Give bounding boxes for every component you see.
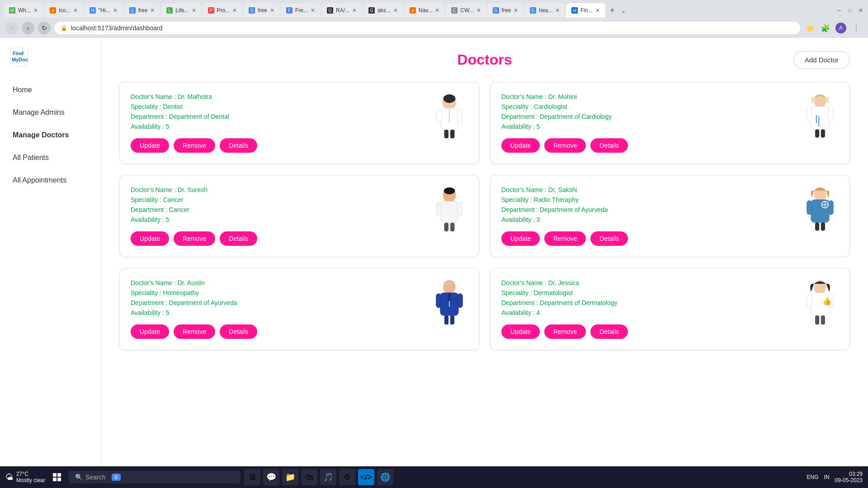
update-button-austin[interactable]: Update — [131, 324, 169, 339]
update-button-malhotra[interactable]: Update — [131, 138, 169, 153]
taskbar-app-chrome[interactable]: 🌐 — [377, 469, 393, 485]
details-button-austin[interactable]: Details — [220, 324, 257, 339]
taskbar-app-settings[interactable]: ⚙ — [339, 469, 355, 485]
tab-nav[interactable]: ⚡Nav...✕ — [404, 3, 445, 18]
svg-rect-15 — [828, 107, 833, 121]
doctor-image-suresh — [429, 184, 470, 234]
doctor-image-malhotra — [429, 91, 470, 141]
svg-rect-16 — [815, 129, 819, 137]
profile-button[interactable]: A — [835, 22, 847, 34]
svg-rect-41 — [450, 315, 454, 324]
update-button-jessica[interactable]: Update — [501, 324, 540, 339]
remove-button-malhotra[interactable]: Remove — [174, 138, 215, 153]
maximize-button[interactable]: □ — [846, 7, 854, 14]
svg-rect-21 — [441, 201, 458, 223]
taskbar-app-chat[interactable]: 💬 — [263, 469, 279, 485]
tab-pro[interactable]: PPro...✕ — [203, 3, 243, 18]
taskbar-app-vscode[interactable]: </> — [358, 469, 374, 485]
svg-rect-29 — [807, 200, 812, 214]
start-button[interactable] — [49, 469, 65, 485]
update-button-sakshi[interactable]: Update — [501, 231, 540, 246]
back-button[interactable]: ‹ — [5, 22, 18, 34]
svg-rect-9 — [450, 130, 455, 138]
tab-free1[interactable]: Gfree✕ — [124, 3, 160, 18]
details-button-mohini[interactable]: Details — [590, 138, 628, 153]
reload-button[interactable]: ↻ — [38, 22, 51, 34]
doctor-image-mohini — [800, 91, 840, 141]
svg-rect-17 — [821, 129, 825, 137]
taskbar-region: IN — [824, 474, 830, 480]
update-button-mohini[interactable]: Update — [501, 138, 540, 153]
remove-button-sakshi[interactable]: Remove — [544, 231, 586, 246]
details-button-jessica[interactable]: Details — [590, 324, 628, 339]
svg-rect-31 — [815, 222, 819, 230]
tab-ra[interactable]: GRA/...✕ — [321, 3, 362, 18]
new-tab-button[interactable]: + — [606, 4, 618, 17]
tab-fin[interactable]: MFin...✕ — [566, 3, 605, 18]
details-button-suresh[interactable]: Details — [220, 231, 257, 246]
taskbar-app-music[interactable]: 🎵 — [320, 469, 336, 485]
close-button[interactable]: ✕ — [857, 7, 864, 14]
svg-rect-7 — [457, 109, 462, 123]
lock-icon: 🔒 — [61, 25, 67, 31]
doctor-availability-suresh: Availability : 5 — [131, 216, 468, 223]
update-button-suresh[interactable]: Update — [131, 231, 169, 246]
main-content: Doctors Add Doctor Doctor's Name : Dr. M… — [101, 38, 868, 466]
taskbar: 🌤 27°C Mostly clear 🔍 Search B ⊞ 💬 📁 🛍 🎵… — [0, 466, 868, 488]
tab-wh[interactable]: WWh...✕ — [4, 3, 43, 18]
taskbar-temp: 27°C — [16, 471, 45, 477]
tab-fre[interactable]: FFre...✕ — [281, 3, 321, 18]
sidebar: Find + MyDoc Home Manage Admins Manage D… — [0, 38, 101, 466]
taskbar-search[interactable]: 🔍 Search B — [69, 471, 241, 483]
tab-life[interactable]: LLife...✕ — [161, 3, 201, 18]
url-text[interactable]: localhost:5173/admin/dashboard — [71, 24, 162, 32]
menu-button[interactable]: ⋮ — [850, 22, 863, 34]
tab-free3[interactable]: Gfree✕ — [487, 3, 524, 18]
svg-rect-18 — [816, 115, 817, 123]
taskbar-app-store[interactable]: 🛍 — [301, 469, 317, 485]
doctor-card-mohini: Doctor's Name : Dr. Mohini Speciality : … — [490, 82, 850, 164]
tab-more-button[interactable]: ⌄ — [619, 5, 628, 16]
tab-hea[interactable]: Ghea...✕ — [524, 3, 565, 18]
svg-point-11 — [443, 94, 456, 103]
remove-button-austin[interactable]: Remove — [174, 324, 215, 339]
tab-free2[interactable]: Gfree✕ — [243, 3, 280, 18]
app: Find + MyDoc Home Manage Admins Manage D… — [0, 38, 868, 466]
doctor-speciality-mohini: Speciality : Cardiologist — [501, 103, 839, 110]
tab-aks[interactable]: Gaks...✕ — [363, 3, 403, 18]
card-actions-malhotra: Update Remove Details — [131, 138, 468, 153]
details-button-sakshi[interactable]: Details — [590, 231, 628, 246]
sidebar-item-manage-doctors[interactable]: Manage Doctors — [4, 125, 97, 145]
remove-button-suresh[interactable]: Remove — [174, 231, 215, 246]
sidebar-item-all-patients[interactable]: All Patients — [4, 147, 97, 168]
taskbar-app-taskview[interactable]: ⊞ — [244, 469, 260, 485]
extensions-button[interactable]: 🧩 — [819, 22, 832, 34]
sidebar-item-home[interactable]: Home — [4, 80, 97, 100]
logo-area: Find + MyDoc — [0, 47, 101, 78]
doctor-name-jessica: Doctor's Name : Dr. Jessica — [501, 279, 839, 286]
details-button-malhotra[interactable]: Details — [220, 138, 257, 153]
taskbar-clock: 03:29 — [849, 471, 863, 477]
sidebar-item-manage-admins-label: Manage Admins — [13, 108, 65, 116]
svg-rect-42 — [448, 293, 451, 301]
remove-button-mohini[interactable]: Remove — [544, 138, 586, 153]
sidebar-item-all-appointments[interactable]: All Appointments — [4, 170, 97, 191]
doctor-card-sakshi: Doctor's Name : Dr. Sakshi Speciality : … — [490, 175, 850, 257]
page-header: Doctors Add Doctor — [119, 52, 850, 68]
taskbar-app-explorer[interactable]: 📁 — [282, 469, 298, 485]
tab-ico[interactable]: ⚡Ico...✕ — [44, 3, 83, 18]
tab-hi[interactable]: H"Hi...✕ — [84, 3, 123, 18]
bookmarks-button[interactable]: ⭐ — [804, 22, 816, 34]
minimize-button[interactable]: ─ — [835, 7, 843, 14]
doctor-speciality-suresh: Speciality : Cancer — [131, 196, 468, 203]
doctor-card-austin: Doctor's Name : Dr. Austin Speciality : … — [119, 268, 479, 350]
svg-rect-38 — [436, 293, 441, 307]
tab-cw[interactable]: CCW...✕ — [446, 3, 486, 18]
sidebar-item-manage-admins[interactable]: Manage Admins — [4, 102, 97, 123]
url-bar[interactable]: 🔒 localhost:5173/admin/dashboard — [54, 22, 800, 34]
remove-button-jessica[interactable]: Remove — [544, 324, 586, 339]
add-doctor-button[interactable]: Add Doctor — [793, 51, 850, 69]
svg-rect-49 — [821, 315, 825, 324]
svg-rect-22 — [436, 202, 441, 216]
forward-button[interactable]: › — [22, 22, 34, 34]
